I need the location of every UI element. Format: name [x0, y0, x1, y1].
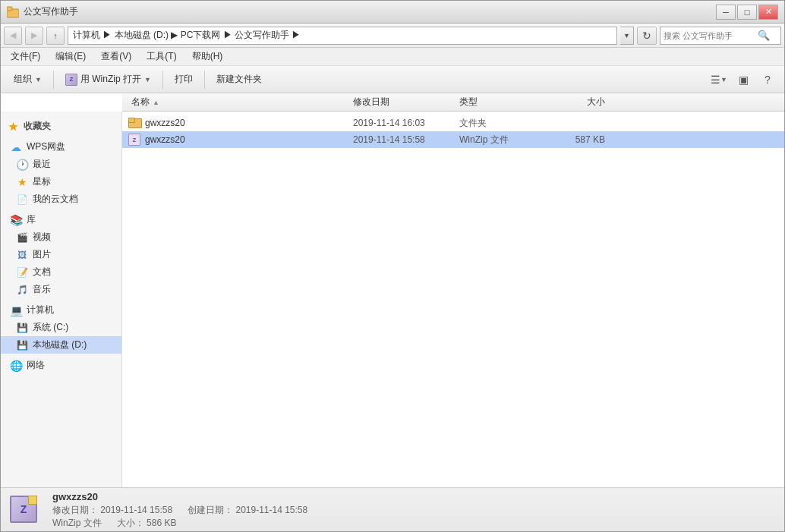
sidebar-item-music[interactable]: 🎵 音乐	[1, 281, 121, 298]
cloud-icon: ☁	[10, 141, 22, 153]
menu-tools[interactable]: 工具(T)	[140, 48, 183, 65]
docs-label: 文档	[33, 266, 51, 279]
sidebar: ★ 收藏夹 ☁ WPS网盘 🕐 最近 ★	[1, 112, 122, 487]
title-bar-icon	[7, 6, 19, 18]
sidebar-section-wps: ☁ WPS网盘 🕐 最近 ★ 星标 📄 我的云文档	[1, 138, 121, 208]
status-detail-2: WinZip 文件 大小： 586 KB	[52, 517, 307, 530]
title-bar-left: 公文写作助手	[7, 5, 78, 18]
close-button[interactable]: ✕	[758, 5, 778, 20]
file-name-cell-1: gwxzzs20	[125, 117, 353, 129]
docs-icon: 📝	[16, 266, 28, 279]
sidebar-item-library[interactable]: 📚 库	[1, 211, 121, 228]
sidebar-item-wps[interactable]: ☁ WPS网盘	[1, 138, 121, 156]
minimize-button[interactable]: ─	[716, 5, 736, 20]
pane-icon: ▣	[739, 74, 749, 86]
sidebar-section-computer: 💻 计算机 💾 系统 (C:) 💾 本地磁盘 (D:)	[1, 301, 121, 354]
address-path[interactable]: 计算机 ▶ 本地磁盘 (D:) ▶ PC下载网 ▶ 公文写作助手 ▶	[68, 27, 617, 45]
starred-label: 星标	[33, 175, 51, 188]
sidebar-item-computer[interactable]: 💻 计算机	[1, 301, 121, 319]
network-icon: 🌐	[10, 360, 22, 372]
image-icon: 🖼	[16, 249, 28, 261]
forward-button[interactable]: ▶	[25, 27, 43, 45]
table-row[interactable]: Z gwxzzs20 2019-11-14 15:58 WinZip 文件 58…	[122, 131, 784, 148]
title-bar-title: 公文写作助手	[24, 5, 78, 18]
help-button[interactable]: ?	[757, 69, 778, 90]
status-size-label: 大小：	[117, 518, 144, 528]
library-label: 库	[27, 213, 36, 226]
sidebar-item-network[interactable]: 🌐 网络	[1, 357, 121, 374]
col-size-header[interactable]: 大小	[550, 96, 611, 109]
col-date-label: 修改日期	[353, 96, 389, 107]
toolbar-separator-1	[53, 71, 54, 89]
status-info: gwxzzs20 修改日期： 2019-11-14 15:58 创建日期： 20…	[52, 491, 307, 530]
file-list[interactable]: gwxzzs20 2019-11-14 16:03 文件夹 Z gwxzzs20…	[122, 112, 784, 487]
main-layout: ★ 收藏夹 ☁ WPS网盘 🕐 最近 ★	[1, 112, 784, 487]
toolbar-separator-3	[204, 71, 205, 89]
menu-help[interactable]: 帮助(H)	[185, 48, 230, 65]
cloud-doc-icon: 📄	[16, 194, 28, 206]
music-label: 音乐	[33, 283, 51, 296]
organize-button[interactable]: 组织 ▼	[7, 69, 49, 90]
bookmark-icon: ★	[16, 176, 28, 188]
sidebar-section-favorites: ★ 收藏夹	[1, 118, 121, 135]
local-drive-label: 本地磁盘 (D:)	[33, 338, 87, 351]
new-folder-button[interactable]: 新建文件夹	[210, 69, 269, 90]
column-header: 名称 ▲ 修改日期 类型 大小	[122, 93, 784, 112]
maximize-button[interactable]: □	[737, 5, 757, 20]
sidebar-item-video[interactable]: 🎬 视频	[1, 228, 121, 246]
winzip-open-button[interactable]: Z 用 WinZip 打开 ▼	[58, 69, 158, 90]
col-date-header[interactable]: 修改日期	[353, 96, 459, 109]
refresh-button[interactable]: ↻	[637, 27, 657, 45]
image-label: 图片	[33, 248, 51, 261]
sys-drive-label: 系统 (C:)	[33, 321, 68, 334]
recent-label: 最近	[33, 158, 51, 171]
table-row[interactable]: gwxzzs20 2019-11-14 16:03 文件夹	[122, 115, 784, 131]
star-icon: ★	[7, 121, 19, 133]
menu-file[interactable]: 文件(F)	[4, 48, 47, 65]
menu-view[interactable]: 查看(V)	[94, 48, 138, 65]
big-zip-icon: Z	[10, 496, 37, 523]
col-name-header[interactable]: 名称 ▲	[125, 96, 353, 109]
menu-edit[interactable]: 编辑(E)	[49, 48, 93, 65]
sidebar-item-local-drive[interactable]: 💾 本地磁盘 (D:)	[1, 336, 121, 354]
view-arrow: ▼	[720, 76, 727, 83]
pane-button[interactable]: ▣	[733, 69, 754, 90]
col-type-label: 类型	[459, 96, 478, 107]
file-type-1: 文件夹	[459, 117, 550, 130]
video-icon: 🎬	[16, 231, 28, 244]
up-button[interactable]: ↑	[46, 27, 65, 45]
title-bar-controls: ─ □ ✕	[716, 5, 778, 20]
address-bar: ◀ ▶ ↑ 计算机 ▶ 本地磁盘 (D:) ▶ PC下载网 ▶ 公文写作助手 ▶…	[1, 24, 784, 48]
status-modified: 2019-11-14 15:58	[100, 505, 172, 515]
status-size: 586 KB	[147, 518, 176, 528]
address-path-text: 计算机 ▶ 本地磁盘 (D:) ▶ PC下载网 ▶ 公文写作助手 ▶	[73, 29, 301, 42]
view-icon: ☰	[711, 74, 720, 86]
recent-icon: 🕐	[16, 159, 28, 171]
toolbar: 组织 ▼ Z 用 WinZip 打开 ▼ 打印 新建文件夹 ☰ ▼ ▣ ?	[1, 66, 784, 93]
sidebar-item-recent[interactable]: 🕐 最近	[1, 156, 121, 173]
search-box[interactable]: 🔍	[660, 27, 781, 45]
sidebar-item-image[interactable]: 🖼 图片	[1, 246, 121, 263]
view-toggle-button[interactable]: ☰ ▼	[708, 69, 730, 90]
file-date-1: 2019-11-14 16:03	[353, 118, 459, 128]
address-dropdown-button[interactable]: ▼	[620, 27, 634, 45]
search-input[interactable]	[664, 31, 755, 40]
print-button[interactable]: 打印	[168, 69, 200, 90]
sidebar-item-docs[interactable]: 📝 文档	[1, 263, 121, 281]
file-size-2: 587 KB	[550, 134, 611, 145]
file-type-2: WinZip 文件	[459, 134, 550, 146]
video-label: 视频	[33, 231, 51, 244]
organize-arrow: ▼	[35, 76, 42, 83]
col-type-header[interactable]: 类型	[459, 96, 550, 109]
status-modified-label: 修改日期：	[52, 505, 98, 515]
winzip-open-label: 用 WinZip 打开	[80, 73, 141, 86]
status-created: 2019-11-14 15:58	[235, 505, 307, 515]
sidebar-item-starred[interactable]: ★ 星标	[1, 173, 121, 190]
cloud-doc-label: 我的云文档	[33, 193, 78, 206]
sidebar-item-sys-drive[interactable]: 💾 系统 (C:)	[1, 319, 121, 336]
winzip-toolbar-icon: Z	[65, 74, 77, 86]
sidebar-item-cloud-doc[interactable]: 📄 我的云文档	[1, 190, 121, 208]
back-button[interactable]: ◀	[4, 27, 22, 45]
search-icon[interactable]: 🔍	[756, 28, 771, 43]
organize-label: 组织	[14, 73, 32, 86]
